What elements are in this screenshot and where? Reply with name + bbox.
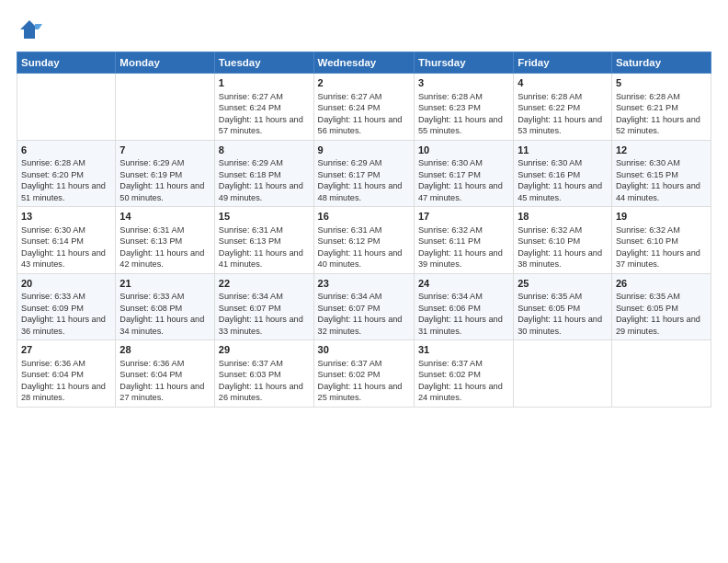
calendar-cell: 27Sunrise: 6:36 AM Sunset: 6:04 PM Dayli…	[17, 340, 116, 408]
calendar-cell: 14Sunrise: 6:31 AM Sunset: 6:13 PM Dayli…	[116, 207, 215, 274]
day-info: Sunrise: 6:28 AM Sunset: 6:22 PM Dayligh…	[518, 91, 608, 137]
day-info: Sunrise: 6:30 AM Sunset: 6:17 PM Dayligh…	[418, 157, 509, 203]
calendar-header-row: SundayMondayTuesdayWednesdayThursdayFrid…	[17, 52, 711, 74]
calendar-week-row: 13Sunrise: 6:30 AM Sunset: 6:14 PM Dayli…	[17, 207, 711, 274]
calendar-cell	[514, 340, 612, 408]
calendar-cell: 25Sunrise: 6:35 AM Sunset: 6:05 PM Dayli…	[514, 273, 612, 340]
calendar-cell: 9Sunrise: 6:29 AM Sunset: 6:17 PM Daylig…	[313, 140, 414, 207]
calendar-cell: 5Sunrise: 6:28 AM Sunset: 6:21 PM Daylig…	[611, 74, 711, 141]
day-number: 8	[219, 144, 310, 157]
calendar-cell: 24Sunrise: 6:34 AM Sunset: 6:06 PM Dayli…	[414, 273, 513, 340]
day-number: 3	[418, 76, 509, 90]
day-number: 12	[616, 144, 707, 157]
day-number: 5	[616, 76, 707, 90]
day-info: Sunrise: 6:33 AM Sunset: 6:09 PM Dayligh…	[21, 291, 111, 337]
calendar-cell: 16Sunrise: 6:31 AM Sunset: 6:12 PM Dayli…	[313, 207, 414, 274]
day-number: 25	[518, 277, 608, 291]
calendar-week-row: 1Sunrise: 6:27 AM Sunset: 6:24 PM Daylig…	[17, 74, 711, 141]
day-number: 22	[219, 277, 310, 291]
weekday-header: Saturday	[611, 52, 711, 74]
calendar-cell: 7Sunrise: 6:29 AM Sunset: 6:19 PM Daylig…	[116, 140, 215, 207]
calendar-week-row: 6Sunrise: 6:28 AM Sunset: 6:20 PM Daylig…	[17, 140, 711, 207]
day-info: Sunrise: 6:28 AM Sunset: 6:21 PM Dayligh…	[616, 91, 707, 137]
day-info: Sunrise: 6:34 AM Sunset: 6:07 PM Dayligh…	[318, 291, 410, 337]
calendar-week-row: 27Sunrise: 6:36 AM Sunset: 6:04 PM Dayli…	[17, 340, 711, 408]
day-number: 23	[318, 277, 410, 291]
day-number: 7	[119, 144, 210, 157]
day-info: Sunrise: 6:31 AM Sunset: 6:12 PM Dayligh…	[318, 224, 410, 270]
day-number: 31	[418, 343, 509, 357]
calendar-week-row: 20Sunrise: 6:33 AM Sunset: 6:09 PM Dayli…	[17, 273, 711, 340]
calendar-table: SundayMondayTuesdayWednesdayThursdayFrid…	[17, 52, 711, 408]
calendar-cell: 1Sunrise: 6:27 AM Sunset: 6:24 PM Daylig…	[214, 74, 313, 141]
day-number: 19	[616, 210, 707, 224]
day-info: Sunrise: 6:37 AM Sunset: 6:02 PM Dayligh…	[318, 358, 410, 404]
weekday-header: Friday	[514, 52, 612, 74]
calendar-cell: 18Sunrise: 6:32 AM Sunset: 6:10 PM Dayli…	[514, 207, 612, 274]
calendar-cell: 6Sunrise: 6:28 AM Sunset: 6:20 PM Daylig…	[17, 140, 116, 207]
calendar-cell: 4Sunrise: 6:28 AM Sunset: 6:22 PM Daylig…	[514, 74, 612, 141]
calendar-cell: 12Sunrise: 6:30 AM Sunset: 6:15 PM Dayli…	[611, 140, 711, 207]
calendar-cell: 20Sunrise: 6:33 AM Sunset: 6:09 PM Dayli…	[17, 273, 116, 340]
day-info: Sunrise: 6:28 AM Sunset: 6:20 PM Dayligh…	[21, 157, 111, 203]
day-info: Sunrise: 6:32 AM Sunset: 6:10 PM Dayligh…	[616, 224, 707, 270]
day-number: 10	[418, 144, 509, 157]
day-info: Sunrise: 6:28 AM Sunset: 6:23 PM Dayligh…	[418, 91, 509, 137]
calendar-cell: 22Sunrise: 6:34 AM Sunset: 6:07 PM Dayli…	[214, 273, 313, 340]
day-info: Sunrise: 6:29 AM Sunset: 6:19 PM Dayligh…	[119, 157, 210, 203]
day-info: Sunrise: 6:29 AM Sunset: 6:18 PM Dayligh…	[219, 157, 310, 203]
day-number: 18	[518, 210, 608, 224]
day-info: Sunrise: 6:33 AM Sunset: 6:08 PM Dayligh…	[119, 291, 210, 337]
day-number: 26	[616, 277, 707, 291]
logo	[17, 17, 44, 42]
day-number: 24	[418, 277, 509, 291]
calendar-cell: 10Sunrise: 6:30 AM Sunset: 6:17 PM Dayli…	[414, 140, 513, 207]
calendar-cell: 19Sunrise: 6:32 AM Sunset: 6:10 PM Dayli…	[611, 207, 711, 274]
day-info: Sunrise: 6:37 AM Sunset: 6:03 PM Dayligh…	[219, 358, 310, 404]
day-number: 14	[119, 210, 210, 224]
calendar-cell: 21Sunrise: 6:33 AM Sunset: 6:08 PM Dayli…	[116, 273, 215, 340]
day-number: 28	[119, 343, 210, 357]
day-number: 21	[119, 277, 210, 291]
day-number: 30	[318, 343, 410, 357]
calendar-cell: 3Sunrise: 6:28 AM Sunset: 6:23 PM Daylig…	[414, 74, 513, 141]
day-info: Sunrise: 6:31 AM Sunset: 6:13 PM Dayligh…	[219, 224, 310, 270]
day-number: 29	[219, 343, 310, 357]
header	[17, 17, 711, 42]
logo-icon	[17, 17, 42, 42]
day-number: 2	[318, 76, 410, 90]
day-number: 6	[21, 144, 111, 157]
calendar-cell: 31Sunrise: 6:37 AM Sunset: 6:02 PM Dayli…	[414, 340, 513, 408]
day-info: Sunrise: 6:34 AM Sunset: 6:07 PM Dayligh…	[219, 291, 310, 337]
weekday-header: Thursday	[414, 52, 513, 74]
day-info: Sunrise: 6:30 AM Sunset: 6:15 PM Dayligh…	[616, 157, 707, 203]
calendar-cell: 26Sunrise: 6:35 AM Sunset: 6:05 PM Dayli…	[611, 273, 711, 340]
day-number: 16	[318, 210, 410, 224]
weekday-header: Tuesday	[214, 52, 313, 74]
day-info: Sunrise: 6:30 AM Sunset: 6:16 PM Dayligh…	[518, 157, 608, 203]
calendar-cell	[116, 74, 215, 141]
day-info: Sunrise: 6:31 AM Sunset: 6:13 PM Dayligh…	[119, 224, 210, 270]
day-info: Sunrise: 6:35 AM Sunset: 6:05 PM Dayligh…	[518, 291, 608, 337]
day-info: Sunrise: 6:36 AM Sunset: 6:04 PM Dayligh…	[21, 358, 111, 404]
day-number: 1	[219, 76, 310, 90]
day-number: 20	[21, 277, 111, 291]
day-info: Sunrise: 6:32 AM Sunset: 6:10 PM Dayligh…	[518, 224, 608, 270]
calendar-cell	[611, 340, 711, 408]
calendar-cell: 23Sunrise: 6:34 AM Sunset: 6:07 PM Dayli…	[313, 273, 414, 340]
weekday-header: Sunday	[17, 52, 116, 74]
day-info: Sunrise: 6:36 AM Sunset: 6:04 PM Dayligh…	[119, 358, 210, 404]
day-number: 11	[518, 144, 608, 157]
calendar-cell: 11Sunrise: 6:30 AM Sunset: 6:16 PM Dayli…	[514, 140, 612, 207]
calendar-cell: 17Sunrise: 6:32 AM Sunset: 6:11 PM Dayli…	[414, 207, 513, 274]
calendar-cell: 8Sunrise: 6:29 AM Sunset: 6:18 PM Daylig…	[214, 140, 313, 207]
calendar-cell: 28Sunrise: 6:36 AM Sunset: 6:04 PM Dayli…	[116, 340, 215, 408]
day-number: 13	[21, 210, 111, 224]
calendar-cell: 15Sunrise: 6:31 AM Sunset: 6:13 PM Dayli…	[214, 207, 313, 274]
page: SundayMondayTuesdayWednesdayThursdayFrid…	[0, 0, 728, 563]
day-info: Sunrise: 6:37 AM Sunset: 6:02 PM Dayligh…	[418, 358, 509, 404]
day-info: Sunrise: 6:32 AM Sunset: 6:11 PM Dayligh…	[418, 224, 509, 270]
day-info: Sunrise: 6:35 AM Sunset: 6:05 PM Dayligh…	[616, 291, 707, 337]
day-number: 9	[318, 144, 410, 157]
day-number: 4	[518, 76, 608, 90]
